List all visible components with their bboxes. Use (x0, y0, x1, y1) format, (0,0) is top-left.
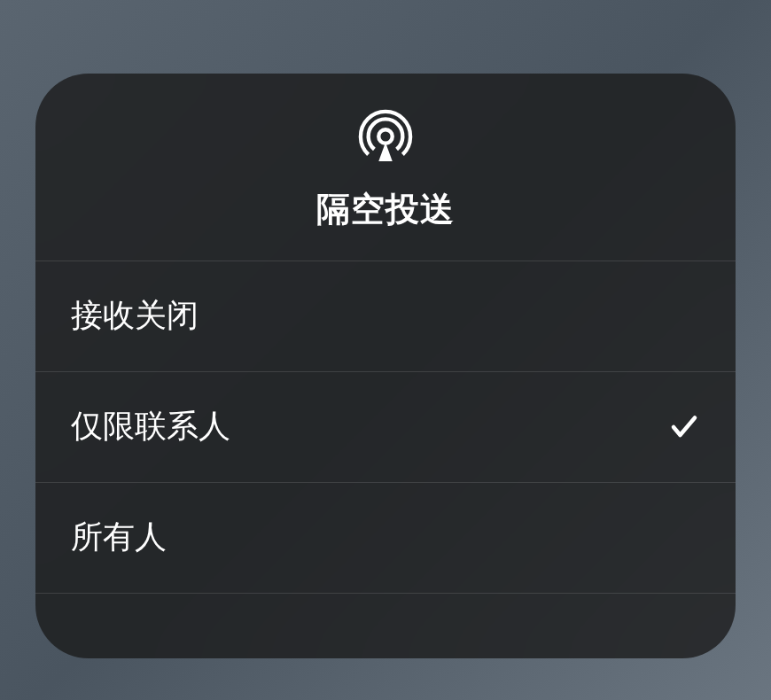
svg-point-0 (378, 129, 393, 144)
option-label: 接收关闭 (71, 294, 199, 338)
option-label: 仅限联系人 (71, 405, 230, 448)
option-contacts-only[interactable]: 仅限联系人 (35, 372, 736, 483)
panel-title: 隔空投送 (316, 187, 455, 232)
options-list: 接收关闭 仅限联系人 所有人 (35, 261, 736, 658)
airdrop-icon (358, 152, 413, 167)
option-everyone[interactable]: 所有人 (35, 483, 736, 594)
option-receiving-off[interactable]: 接收关闭 (35, 261, 736, 372)
option-label: 所有人 (71, 516, 167, 559)
panel-header: 隔空投送 (35, 74, 736, 261)
checkmark-icon (668, 411, 700, 443)
airdrop-icon-wrapper (358, 109, 413, 167)
airdrop-panel: 隔空投送 接收关闭 仅限联系人 所有人 (35, 74, 736, 658)
